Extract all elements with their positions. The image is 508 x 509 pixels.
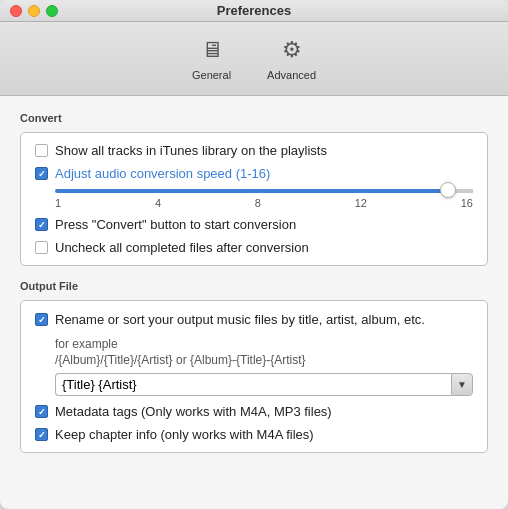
show-tracks-row: Show all tracks in iTunes library on the… [35,143,473,158]
convert-section-title: Convert [20,112,488,124]
slider-label-12: 12 [355,197,367,209]
show-tracks-label: Show all tracks in iTunes library on the… [55,143,327,158]
slider-filled-track [55,189,473,193]
press-convert-row: Press "Convert" button to start conversi… [35,217,473,232]
tab-general-label: General [192,69,231,81]
metadata-tags-row: Metadata tags (Only works with M4A, MP3 … [35,404,473,419]
toolbar: 🖥 General ⚙ Advanced [0,22,508,96]
example-template-text: /{Album}/{Title}/{Artist} or {Album}-{Ti… [55,353,473,367]
uncheck-completed-label: Uncheck all completed files after conver… [55,240,309,255]
slider-label-1: 1 [55,197,61,209]
template-dropdown-button[interactable]: ▼ [451,373,473,396]
slider-track-container [55,189,473,193]
adjust-speed-row: Adjust audio conversion speed (1-16) [35,166,473,181]
chevron-down-icon: ▼ [457,379,467,390]
window-title: Preferences [217,3,291,18]
tab-general[interactable]: 🖥 General [184,30,239,85]
maximize-button[interactable] [46,5,58,17]
minimize-button[interactable] [28,5,40,17]
slider-label-8: 8 [255,197,261,209]
traffic-lights [10,5,58,17]
uncheck-completed-row: Uncheck all completed files after conver… [35,240,473,255]
tab-advanced-label: Advanced [267,69,316,81]
press-convert-checkbox[interactable] [35,218,48,231]
keep-chapter-row: Keep chapter info (only works with M4A f… [35,427,473,442]
rename-sort-row: Rename or sort your output music files b… [35,311,473,329]
show-tracks-checkbox[interactable] [35,144,48,157]
slider-label-4: 4 [155,197,161,209]
rename-sort-label: Rename or sort your output music files b… [55,311,425,329]
keep-chapter-label: Keep chapter info (only works with M4A f… [55,427,314,442]
slider-labels: 1 4 8 12 16 [55,197,473,209]
template-input[interactable] [55,373,451,396]
preferences-window: Preferences 🖥 General ⚙ Advanced Convert… [0,0,508,509]
tab-advanced[interactable]: ⚙ Advanced [259,30,324,85]
for-example-text: for example [55,337,473,351]
convert-section-box: Show all tracks in iTunes library on the… [20,132,488,266]
rename-sort-checkbox[interactable] [35,313,48,326]
output-section-title: Output File [20,280,488,292]
general-icon: 🖥 [196,34,228,66]
press-convert-label: Press "Convert" button to start conversi… [55,217,296,232]
close-button[interactable] [10,5,22,17]
keep-chapter-checkbox[interactable] [35,428,48,441]
adjust-speed-label: Adjust audio conversion speed (1-16) [55,166,270,181]
slider-thumb[interactable] [440,182,456,198]
adjust-speed-checkbox[interactable] [35,167,48,180]
output-section-box: Rename or sort your output music files b… [20,300,488,453]
titlebar: Preferences [0,0,508,22]
metadata-tags-checkbox[interactable] [35,405,48,418]
content-area: Convert Show all tracks in iTunes librar… [0,96,508,509]
slider-label-16: 16 [461,197,473,209]
uncheck-completed-checkbox[interactable] [35,241,48,254]
template-input-row: ▼ [55,373,473,396]
tab-group: 🖥 General ⚙ Advanced [184,30,324,85]
gear-icon: ⚙ [276,34,308,66]
speed-slider-section: 1 4 8 12 16 [55,189,473,209]
metadata-tags-label: Metadata tags (Only works with M4A, MP3 … [55,404,332,419]
